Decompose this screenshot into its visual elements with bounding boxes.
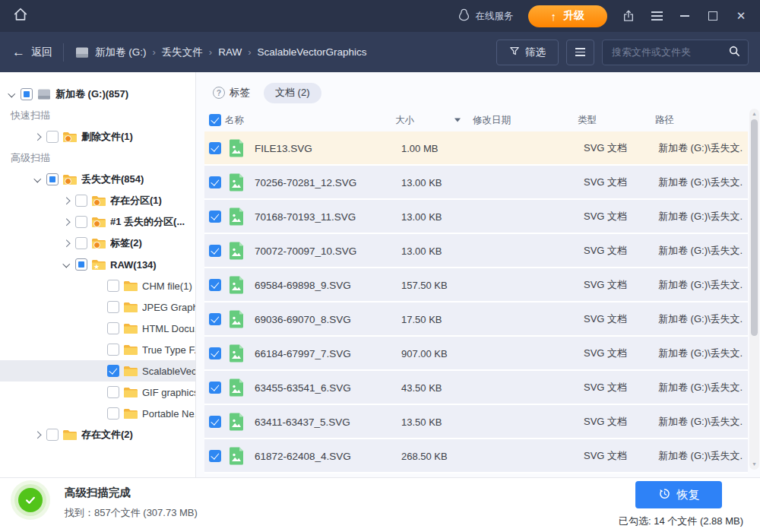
vertical-scrollbar[interactable]: ▲ ▼ [749, 109, 759, 470]
file-row[interactable]: 61872-62408_4.SVG268.50 KBSVG 文档新加卷 (G:)… [204, 439, 748, 473]
home-button[interactable] [12, 6, 29, 26]
tag-label: 标签 [230, 86, 250, 100]
chevron-down-icon[interactable] [32, 174, 43, 185]
tree-checkbox[interactable] [107, 365, 119, 377]
tree-item[interactable]: #1 丢失的分区(... [0, 211, 195, 233]
tree-checkbox[interactable] [75, 195, 87, 207]
online-service-button[interactable]: 在线服务 [457, 8, 514, 24]
tree-checkbox[interactable] [107, 407, 119, 420]
tree-checkbox[interactable] [107, 386, 119, 398]
folder-icon [91, 216, 106, 228]
tree-item[interactable]: GIF graphics... [0, 382, 195, 403]
back-button[interactable]: ← 返回 [12, 45, 52, 60]
tree-checkbox[interactable] [107, 322, 119, 334]
minimize-icon[interactable] [678, 9, 692, 23]
column-header-path[interactable]: 路径 [655, 114, 674, 127]
expander-spacer [93, 344, 103, 355]
scroll-down-icon[interactable]: ▼ [749, 460, 759, 469]
maximize-icon[interactable] [706, 9, 720, 23]
tree-checkbox[interactable] [75, 237, 87, 249]
breadcrumb-item[interactable]: ScalableVectorGraphics [258, 46, 367, 58]
tree-item[interactable]: JPEG Graphi... [0, 296, 195, 318]
upgrade-button[interactable]: ↑ 升级 [528, 5, 608, 27]
chevron-right-icon[interactable] [32, 131, 43, 142]
row-checkbox[interactable] [209, 313, 221, 325]
row-checkbox[interactable] [209, 279, 221, 291]
tree-item[interactable]: 存在分区(1) [0, 190, 195, 211]
filter-button[interactable]: 筛选 [496, 40, 559, 65]
folder-icon [62, 429, 78, 441]
breadcrumb-item[interactable]: 丢失文件 [162, 46, 203, 59]
tree-checkbox[interactable] [75, 216, 87, 228]
scroll-up-icon[interactable]: ▲ [749, 109, 759, 119]
chevron-down-icon[interactable] [61, 259, 71, 270]
tree-checkbox[interactable] [46, 429, 59, 441]
row-checkbox[interactable] [209, 347, 221, 359]
file-row[interactable]: 63411-63437_5.SVG13.50 KBSVG 文档新加卷 (G:)\… [204, 405, 748, 439]
menu-icon[interactable] [650, 9, 663, 23]
tree-checkbox[interactable] [46, 173, 59, 185]
tree-item[interactable]: True Type F... [0, 339, 195, 360]
tree-item[interactable]: CHM file(1) [0, 275, 195, 296]
file-row[interactable]: 69036-69070_8.SVG17.50 KBSVG 文档新加卷 (G:)\… [204, 302, 748, 337]
file-type: SVG 文档 [584, 415, 627, 429]
file-row[interactable]: 70256-70281_12.SVG13.00 KBSVG 文档新加卷 (G:)… [204, 166, 748, 200]
tree-item[interactable]: HTML Docu... [0, 318, 195, 339]
column-header-type[interactable]: 类型 [578, 114, 597, 127]
breadcrumb-item[interactable]: RAW [218, 46, 242, 58]
tree-checkbox[interactable] [107, 280, 119, 292]
help-icon[interactable]: ? [213, 87, 225, 99]
chevron-right-icon[interactable] [61, 195, 71, 206]
row-checkbox[interactable] [209, 416, 221, 428]
close-icon[interactable]: ✕ [734, 9, 748, 23]
tab-documents[interactable]: 文档 (2) [264, 83, 321, 103]
file-row[interactable]: 63455-63541_6.SVG43.50 KBSVG 文档新加卷 (G:)\… [204, 371, 748, 405]
scrollbar-thumb[interactable] [751, 119, 758, 336]
breadcrumb-item[interactable]: 新加卷 (G:) [95, 46, 147, 59]
tree-item[interactable]: 删除文件(1) [0, 126, 195, 147]
tree-checkbox[interactable] [46, 131, 59, 143]
column-header-size[interactable]: 大小 [395, 114, 414, 127]
tree-item[interactable]: 新加卷 (G:)(857) [0, 84, 195, 105]
row-checkbox[interactable] [209, 245, 221, 257]
expander-spacer [93, 302, 103, 312]
search-icon[interactable] [728, 45, 740, 60]
row-checkbox[interactable] [209, 176, 221, 188]
tree-item[interactable]: ★RAW(134) [0, 254, 195, 275]
chevron-right-icon[interactable] [32, 429, 43, 440]
file-row[interactable]: 66184-67997_7.SVG907.00 KBSVG 文档新加卷 (G:)… [204, 337, 748, 371]
file-row[interactable]: 69584-69898_9.SVG157.50 KBSVG 文档新加卷 (G:)… [204, 268, 748, 302]
tree-checkbox[interactable] [75, 258, 87, 271]
file-path: 新加卷 (G:)\丢失文... [658, 244, 743, 258]
export-icon[interactable] [622, 9, 635, 23]
search-input[interactable] [610, 46, 728, 59]
tree-item-label: 删除文件(1) [81, 130, 133, 144]
row-checkbox[interactable] [209, 382, 221, 394]
back-arrow-icon: ← [12, 45, 25, 60]
select-all-checkbox[interactable] [209, 114, 221, 126]
chevron-right-icon[interactable] [61, 217, 71, 227]
tree-item[interactable]: 标签(2) [0, 233, 195, 254]
tree-checkbox[interactable] [107, 301, 119, 313]
column-header-date[interactable]: 修改日期 [473, 114, 511, 127]
tree-item[interactable]: 存在文件(2) [0, 424, 195, 445]
tree-item[interactable]: ScalableVect... [0, 360, 195, 382]
file-row[interactable]: FILE13.SVG1.00 MBSVG 文档新加卷 (G:)\丢失文... [204, 131, 748, 166]
tree-item[interactable]: Portable Ne... [0, 403, 195, 424]
column-header-name[interactable]: 名称 [225, 114, 244, 127]
tree-item[interactable]: 丢失文件(854) [0, 169, 195, 190]
tree-checkbox[interactable] [21, 88, 33, 100]
file-row[interactable]: 70072-70097_10.SVG13.00 KBSVG 文档新加卷 (G:)… [204, 234, 748, 268]
file-size: 13.00 KB [401, 245, 442, 256]
row-checkbox[interactable] [209, 211, 221, 223]
drive-icon [74, 46, 90, 59]
view-mode-button[interactable] [566, 40, 594, 65]
row-checkbox[interactable] [209, 142, 221, 154]
tree-checkbox[interactable] [107, 344, 119, 356]
recover-button[interactable]: 恢复 [635, 481, 722, 508]
sort-caret-icon[interactable] [454, 119, 461, 122]
chevron-right-icon[interactable] [61, 238, 71, 249]
row-checkbox[interactable] [209, 450, 221, 462]
file-row[interactable]: 70168-70193_11.SVG13.00 KBSVG 文档新加卷 (G:)… [204, 200, 748, 234]
chevron-down-icon[interactable] [6, 89, 17, 100]
